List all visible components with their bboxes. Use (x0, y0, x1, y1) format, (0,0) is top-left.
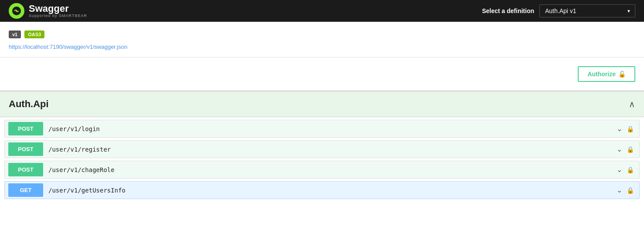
authorize-section: Authorize 🔓 (0, 57, 644, 91)
top-section: v1 OAS3 https://localhost:7190/swagger/v… (0, 22, 644, 57)
endpoint-path-login: /user/v1/login (47, 122, 617, 136)
lock-icon-getusersinfo: 🔒 (627, 187, 634, 194)
definition-dropdown-wrapper[interactable]: Auth.Api v1 (539, 4, 635, 17)
endpoint-path-register: /user/v1/register (47, 142, 617, 156)
authorize-button-label: Authorize (587, 71, 616, 78)
authorize-button[interactable]: Authorize 🔓 (578, 66, 635, 82)
endpoint-row-login[interactable]: POST /user/v1/login ⌄ 🔒 (4, 120, 640, 138)
api-section-header[interactable]: Auth.Api ∧ (0, 91, 644, 117)
chevron-down-icon-chagerole: ⌄ (617, 166, 622, 174)
oas3-badge: OAS3 (24, 30, 44, 38)
chevron-down-icon-getusersinfo: ⌄ (617, 186, 622, 194)
api-section: Auth.Api ∧ POST /user/v1/login ⌄ 🔒 POST … (0, 91, 644, 199)
lock-icon: 🔓 (618, 71, 626, 78)
endpoint-right-register: ⌄ 🔒 (617, 145, 639, 153)
chevron-down-icon-login: ⌄ (617, 125, 622, 133)
logo-icon (9, 3, 24, 19)
method-badge-post-chagerole: POST (8, 163, 43, 176)
logo-text-block: Swagger Supported by SMARTBEAR (29, 4, 87, 18)
swagger-wordmark: Swagger (29, 4, 87, 14)
definition-dropdown[interactable]: Auth.Api v1 (539, 4, 635, 17)
svg-point-1 (16, 10, 17, 12)
logo: Swagger Supported by SMARTBEAR (9, 3, 87, 19)
endpoint-right-chagerole: ⌄ 🔒 (617, 166, 639, 174)
endpoint-row-getusersinfo[interactable]: GET /user/v1/getUsersInfo ⌄ 🔒 (4, 181, 640, 199)
lock-icon-chagerole: 🔒 (627, 166, 634, 173)
chevron-down-icon-register: ⌄ (617, 145, 622, 153)
swagger-json-link[interactable]: https://localhost:7190/swagger/v1/swagge… (9, 44, 635, 50)
endpoint-row-chagerole[interactable]: POST /user/v1/chageRole ⌄ 🔒 (4, 161, 640, 179)
definition-selector-group: Select a definition Auth.Api v1 (482, 4, 635, 17)
api-title: Auth.Api (9, 98, 49, 110)
endpoint-row-register[interactable]: POST /user/v1/register ⌄ 🔒 (4, 140, 640, 158)
method-badge-post-login: POST (8, 122, 43, 135)
v1-badge: v1 (9, 30, 21, 38)
collapse-icon: ∧ (629, 99, 635, 109)
endpoint-right-login: ⌄ 🔒 (617, 125, 639, 133)
endpoint-path-chagerole: /user/v1/chageRole (47, 163, 617, 177)
definition-label: Select a definition (482, 7, 534, 14)
main-content: v1 OAS3 https://localhost:7190/swagger/v… (0, 22, 644, 250)
lock-icon-login: 🔒 (627, 125, 634, 132)
version-badges: v1 OAS3 (9, 30, 635, 38)
method-badge-get-getusersinfo: GET (8, 183, 43, 197)
endpoint-right-getusersinfo: ⌄ 🔒 (617, 186, 639, 194)
page-header: Swagger Supported by SMARTBEAR Select a … (0, 0, 644, 22)
smartbear-tagline: Supported by SMARTBEAR (29, 14, 87, 18)
lock-icon-register: 🔒 (627, 146, 634, 153)
method-badge-post-register: POST (8, 142, 43, 156)
endpoint-path-getusersinfo: /user/v1/getUsersInfo (47, 183, 617, 197)
